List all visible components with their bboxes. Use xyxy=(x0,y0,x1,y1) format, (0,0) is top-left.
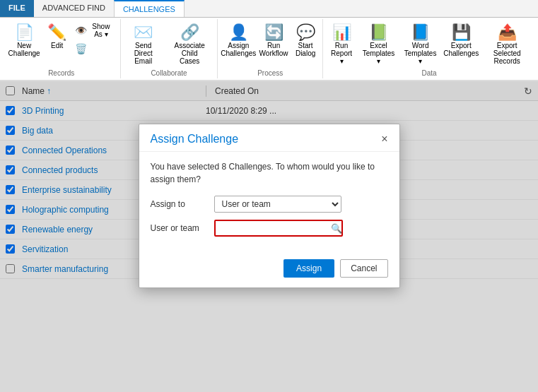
modal-body: You have selected 8 Challenges. To whom … xyxy=(139,152,399,252)
run-report-button[interactable]: 📊 Run Report ▾ xyxy=(326,20,357,68)
run-workflow-button[interactable]: 🔄 Run Workflow xyxy=(257,20,290,60)
user-or-team-input-wrap: 🔍 xyxy=(214,220,343,237)
assign-challenges-button[interactable]: 👤 Assign Challenges xyxy=(221,20,256,60)
user-or-team-search-button[interactable]: 🔍 xyxy=(327,222,346,235)
modal-overlay: Assign Challenge × You have selected 8 C… xyxy=(0,81,538,392)
modal-header: Assign Challenge × xyxy=(139,124,399,152)
ribbon-group-collaborate: ✉️ Send Direct Email 🔗 Associate Child C… xyxy=(121,19,218,78)
modal-close-button[interactable]: × xyxy=(381,133,387,145)
cancel-button[interactable]: Cancel xyxy=(340,259,387,278)
assign-to-label: Assign to xyxy=(151,199,214,209)
ribbon-group-data-label: Data xyxy=(326,68,532,77)
ribbon-group-collaborate-label: Collaborate xyxy=(124,68,215,77)
start-dialog-button[interactable]: 💬 Start Dialog xyxy=(291,20,320,60)
excel-templates-button[interactable]: 📗 Excel Templates ▾ xyxy=(358,20,399,68)
user-or-team-input[interactable] xyxy=(216,221,327,235)
assign-button[interactable]: Assign xyxy=(283,259,334,278)
ribbon-group-process: 👤 Assign Challenges 🔄 Run Workflow 💬 Sta… xyxy=(218,19,323,78)
delete-button[interactable]: 🗑️ xyxy=(71,41,117,57)
assign-challenge-modal: Assign Challenge × You have selected 8 C… xyxy=(139,124,400,288)
modal-footer: Assign Cancel xyxy=(139,252,399,287)
ribbon-group-process-label: Process xyxy=(221,68,320,77)
assign-to-row: Assign to User or team xyxy=(151,196,388,213)
associate-child-cases-button[interactable]: 🔗 Associate Child Cases xyxy=(165,20,215,68)
main-content: Name ↑ Created On ↻ 3D Printing 10/11/20… xyxy=(0,81,538,392)
modal-title: Assign Challenge xyxy=(151,133,239,145)
ribbon-group-data: 📊 Run Report ▾ 📗 Excel Templates ▾ 📘 Wor… xyxy=(323,19,535,78)
user-or-team-row: User or team 🔍 xyxy=(151,220,388,237)
export-selected-records-button[interactable]: 📤 Export Selected Records xyxy=(481,20,532,68)
send-direct-email-button[interactable]: ✉️ Send Direct Email xyxy=(124,20,163,68)
tab-challenges[interactable]: CHALLENGES xyxy=(114,0,185,17)
new-challenge-button[interactable]: 📄 New Challenge xyxy=(6,20,42,60)
export-challenges-button[interactable]: 💾 Export Challenges xyxy=(442,20,480,60)
tab-advanced-find[interactable]: ADVANCED FIND xyxy=(34,0,114,17)
assign-to-select[interactable]: User or team xyxy=(214,196,341,213)
ribbon-group-records-label: Records xyxy=(6,68,117,77)
edit-button[interactable]: ✏️ Edit xyxy=(44,20,70,52)
show-as-button[interactable]: 👁️Show As ▾ xyxy=(71,20,117,40)
ribbon-group-records: 📄 New Challenge ✏️ Edit 👁️Show As ▾ 🗑️ R… xyxy=(3,19,121,78)
word-templates-button[interactable]: 📘 Word Templates ▾ xyxy=(400,20,440,68)
user-or-team-label: User or team xyxy=(151,223,214,233)
modal-description: You have selected 8 Challenges. To whom … xyxy=(151,160,388,186)
tab-file[interactable]: FILE xyxy=(0,0,34,17)
